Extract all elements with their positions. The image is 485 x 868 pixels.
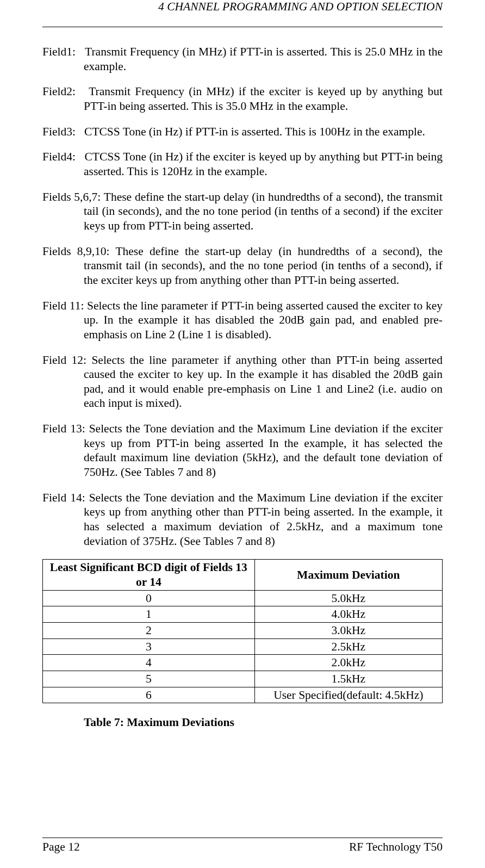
field4-entry: Field4: CTCSS Tone (in Hz) if the excite… — [42, 150, 443, 178]
body-text: Field1: Transmit Frequency (in MHz) if P… — [42, 27, 443, 838]
field4-text: CTCSS Tone (in Hz) if the exciter is key… — [84, 150, 443, 178]
cell-value: 3.0kHz — [254, 623, 442, 639]
field13-text: Selects the Tone deviation and the Maxim… — [84, 422, 443, 479]
fields567-text: These define the start-up delay (in hund… — [84, 190, 443, 232]
field1-entry: Field1: Transmit Frequency (in MHz) if P… — [42, 45, 443, 73]
fields567-label: Fields 5,6,7: — [42, 190, 101, 203]
field1-text: Transmit Frequency (in MHz) if PTT-in is… — [84, 45, 443, 73]
table-row: 6User Specified(default: 4.5kHz) — [43, 687, 443, 703]
field2-entry: Field2: Transmit Frequency (in MHz) if t… — [42, 84, 443, 113]
field12-label: Field 12: — [42, 354, 86, 367]
fields8910-entry: Fields 8,9,10: These define the start-up… — [42, 244, 443, 288]
cell-digit: 2 — [43, 623, 255, 639]
field14-label: Field 14: — [42, 491, 85, 504]
field12-text: Selects the line parameter if anything o… — [84, 354, 443, 410]
table-row: 51.5kHz — [43, 671, 443, 687]
cell-value: 2.5kHz — [254, 638, 442, 655]
cell-value: 2.0kHz — [254, 655, 442, 671]
footer-right: RF Technology T50 — [349, 840, 443, 854]
cell-digit: 0 — [43, 590, 255, 606]
field3-label: Field3: — [42, 125, 76, 138]
cell-value: User Specified(default: 4.5kHz) — [254, 687, 442, 703]
field13-label: Field 13: — [42, 422, 85, 435]
table-header-row: Least Significant BCD digit of Fields 13… — [43, 560, 443, 590]
cell-digit: 6 — [43, 687, 255, 703]
footer: Page 12 RF Technology T50 — [42, 838, 443, 868]
field13-entry: Field 13: Selects the Tone deviation and… — [42, 421, 443, 480]
field2-text: Transmit Frequency (in MHz) if the excit… — [84, 85, 443, 113]
table-row: 05.0kHz — [43, 590, 443, 606]
cell-value: 1.5kHz — [254, 671, 442, 687]
fields8910-text: These define the start-up delay (in hund… — [84, 245, 443, 287]
fields567-entry: Fields 5,6,7: These define the start-up … — [42, 190, 443, 233]
field2-label: Field2: — [42, 85, 76, 98]
table-row: 42.0kHz — [43, 655, 443, 671]
table-row: 23.0kHz — [43, 623, 443, 639]
table7-head-right: Maximum Deviation — [254, 560, 442, 590]
cell-digit: 5 — [43, 671, 255, 687]
table7-caption: Table 7: Maximum Deviations — [42, 715, 443, 730]
cell-value: 5.0kHz — [254, 590, 442, 606]
field12-entry: Field 12: Selects the line parameter if … — [42, 353, 443, 411]
field11-label: Field 11: — [42, 299, 84, 312]
field11-entry: Field 11: Selects the line parameter if … — [42, 299, 443, 342]
field14-text: Selects the Tone deviation and the Maxim… — [84, 491, 443, 548]
footer-left: Page 12 — [42, 840, 80, 854]
cell-value: 4.0kHz — [254, 606, 442, 623]
cell-digit: 1 — [43, 606, 255, 623]
table-row: 14.0kHz — [43, 606, 443, 623]
table7: Least Significant BCD digit of Fields 13… — [42, 559, 443, 703]
table-row: 32.5kHz — [43, 638, 443, 655]
cell-digit: 4 — [43, 655, 255, 671]
field3-entry: Field3: CTCSS Tone (in Hz) if PTT-in is … — [42, 125, 443, 139]
field11-text: Selects the line parameter if PTT-in bei… — [84, 299, 443, 341]
field14-entry: Field 14: Selects the Tone deviation and… — [42, 491, 443, 549]
field1-label: Field1: — [42, 45, 76, 58]
fields8910-label: Fields 8,9,10: — [42, 245, 110, 258]
cell-digit: 3 — [43, 638, 255, 655]
table7-head-left: Least Significant BCD digit of Fields 13… — [43, 560, 255, 590]
field3-text: CTCSS Tone (in Hz) if PTT-in is asserted… — [84, 125, 425, 138]
field4-label: Field4: — [42, 150, 76, 163]
running-header: 4 CHANNEL PROGRAMMING AND OPTION SELECTI… — [42, 0, 443, 16]
